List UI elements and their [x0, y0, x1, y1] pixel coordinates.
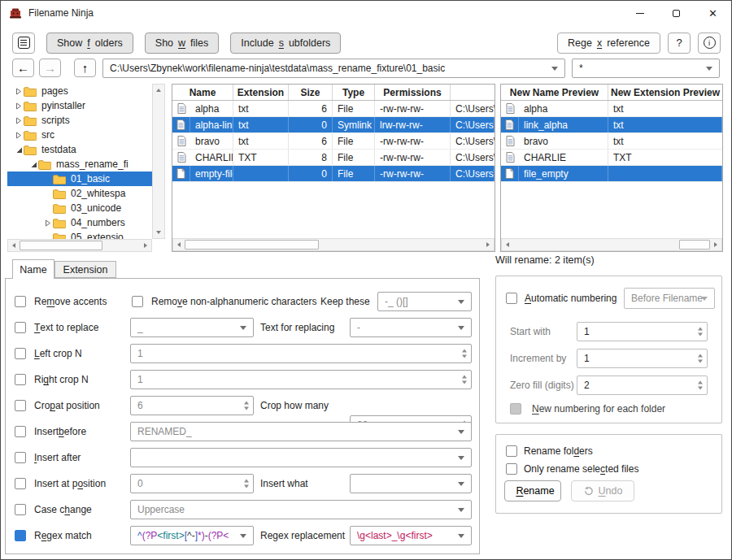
insert-what-combobox[interactable] — [350, 474, 472, 493]
regex-match-combobox[interactable]: ^(?P<first>[^-]*)-(?P< — [130, 526, 254, 545]
column-header-size[interactable]: Size — [289, 85, 333, 100]
file-row-CHARLIE[interactable]: CHARLIETXT8File-rw-rw-rw-C:\Users\ — [172, 150, 495, 166]
spinner-arrows-icon[interactable] — [462, 349, 467, 358]
forward-button[interactable]: → — [39, 59, 61, 77]
text-to-replace-combobox[interactable]: _ — [130, 318, 254, 337]
tree-vertical-scrollbar[interactable] — [152, 84, 165, 239]
text-for-replacing-combobox[interactable]: - — [350, 318, 472, 337]
column-header-new-name[interactable]: New Name Preview — [501, 85, 608, 100]
regex-reference-button[interactable]: Regex reference — [557, 33, 660, 54]
rename-button[interactable]: Rename — [504, 480, 561, 501]
scroll-right-icon[interactable] — [710, 239, 721, 250]
scroll-down-icon[interactable] — [153, 227, 164, 238]
expand-arrow-icon[interactable] — [43, 219, 53, 227]
tree-item-01_basic[interactable]: 01_basic — [7, 171, 152, 186]
keep-these-combobox[interactable]: -_ ()[] — [377, 292, 472, 311]
tree-item-scripts[interactable]: scripts — [7, 113, 152, 128]
tree-item-04_numbers[interactable]: 04_numbers — [7, 215, 152, 230]
path-combobox[interactable]: C:\Users\Zbynek\work\filename-ninja\test… — [102, 59, 565, 78]
scroll-up-icon[interactable] — [153, 85, 164, 96]
back-button[interactable]: ← — [12, 59, 34, 77]
preview-table-horizontal-scrollbar[interactable] — [501, 238, 722, 251]
column-header-path[interactable] — [451, 85, 495, 100]
crop-at-position-checkbox[interactable] — [15, 400, 26, 411]
help-button[interactable]: ? — [668, 33, 691, 54]
spinner-arrows-icon[interactable] — [698, 381, 703, 390]
tab-extension[interactable]: Extension — [54, 261, 116, 278]
file-row-alpha-link[interactable]: alpha-linktxt0Symlinklrw-rw-rw-C:\Users\ — [172, 117, 495, 133]
left-crop-spinbox[interactable]: 1 — [130, 344, 472, 363]
spinner-arrows-icon[interactable] — [698, 328, 703, 336]
tab-name[interactable]: Name — [12, 259, 54, 279]
scroll-right-icon[interactable] — [482, 239, 494, 250]
remove-nonalpha-checkbox[interactable] — [132, 296, 143, 307]
scroll-left-icon[interactable] — [173, 239, 185, 250]
regex-match-checkbox[interactable] — [15, 530, 26, 541]
insert-before-checkbox[interactable] — [15, 426, 26, 437]
left-crop-checkbox[interactable] — [15, 348, 26, 359]
spinner-arrows-icon[interactable] — [698, 354, 703, 363]
about-button[interactable]: i — [698, 33, 721, 54]
rename-folders-checkbox[interactable] — [506, 445, 517, 457]
insert-after-combobox[interactable] — [130, 448, 472, 467]
tree-item-src[interactable]: src — [7, 128, 152, 142]
right-crop-checkbox[interactable] — [15, 374, 26, 385]
tree-item-pages[interactable]: pages — [7, 84, 152, 98]
automatic-numbering-checkbox[interactable] — [506, 293, 517, 304]
crop-at-position-spinbox[interactable]: 6 — [130, 396, 254, 415]
only-selected-checkbox[interactable] — [506, 463, 517, 475]
start-with-spinbox[interactable]: 1 — [577, 322, 708, 341]
show-files-toggle[interactable]: Show files — [145, 33, 220, 54]
tree-item-pyinstaller[interactable]: pyinstaller — [7, 98, 152, 113]
tree-horizontal-scrollbar[interactable] — [7, 239, 152, 252]
expand-arrow-icon[interactable] — [14, 88, 24, 95]
column-header-name[interactable]: Name — [172, 85, 233, 100]
tree-item-05_extensio[interactable]: 05_extensio — [7, 230, 152, 239]
preview-row-bravo[interactable]: bravotxt — [501, 133, 722, 150]
preview-row-CHARLIE[interactable]: CHARLIETXT — [501, 150, 722, 166]
increment-by-spinbox[interactable]: 1 — [577, 349, 708, 368]
insert-after-checkbox[interactable] — [15, 452, 26, 463]
remove-accents-checkbox[interactable] — [15, 296, 26, 307]
column-header-type[interactable]: Type — [333, 85, 375, 100]
menu-button[interactable] — [12, 33, 35, 54]
scroll-left-icon[interactable] — [502, 239, 513, 250]
expand-arrow-icon[interactable] — [14, 132, 24, 139]
close-button[interactable]: ✕ — [695, 1, 731, 25]
file-row-empty-file[interactable]: empty-file0File-rw-rw-rw-C:\Users\ — [172, 166, 495, 182]
tree-item-03_unicode[interactable]: 03_unicode — [7, 201, 152, 215]
collapse-arrow-icon[interactable] — [28, 161, 38, 168]
show-folders-toggle[interactable]: Show folders — [46, 33, 133, 54]
scrollbar-thumb[interactable] — [185, 240, 319, 250]
column-header-extension[interactable]: Extension — [233, 85, 289, 100]
spinner-arrows-icon[interactable] — [244, 402, 249, 410]
regex-replacement-combobox[interactable]: \g<last>_\g<first> — [350, 526, 472, 545]
tree-item-mass_rename_fi[interactable]: mass_rename_fi — [7, 157, 152, 171]
preview-row-alpha[interactable]: alphatxt — [501, 101, 722, 117]
expand-arrow-icon[interactable] — [14, 102, 24, 110]
insert-at-position-checkbox[interactable] — [15, 478, 26, 489]
maximize-button[interactable] — [658, 1, 695, 25]
scroll-right-icon[interactable] — [140, 240, 151, 251]
column-header-permissions[interactable]: Permissions — [375, 85, 451, 100]
tree-item-testdata[interactable]: testdata — [7, 142, 152, 157]
insert-at-position-spinbox[interactable]: 0 — [130, 474, 254, 493]
tree-item-02_whitespa[interactable]: 02_whitespa — [7, 186, 152, 201]
up-button[interactable]: ↑ — [74, 59, 96, 77]
filter-combobox[interactable]: * — [572, 59, 720, 78]
numbering-position-combobox[interactable]: Before Filename — [624, 288, 715, 309]
text-to-replace-checkbox[interactable] — [15, 322, 26, 333]
file-row-bravo[interactable]: bravotxt6File-rw-rw-rw-C:\Users\ — [172, 133, 495, 150]
file-table-horizontal-scrollbar[interactable] — [172, 238, 495, 251]
file-row-alpha[interactable]: alphatxt6File-rw-rw-rw-C:\Users\ — [172, 101, 495, 117]
spinner-arrows-icon[interactable] — [462, 376, 467, 384]
expand-arrow-icon[interactable] — [14, 117, 24, 124]
column-header-new-extension[interactable]: New Extension Preview — [608, 85, 722, 100]
collapse-arrow-icon[interactable] — [14, 146, 24, 154]
spinner-arrows-icon[interactable] — [244, 480, 249, 488]
zero-fill-spinbox[interactable]: 2 — [577, 376, 708, 395]
case-change-combobox[interactable]: Uppercase — [130, 500, 472, 519]
per-folder-numbering-checkbox[interactable] — [510, 403, 521, 415]
preview-row-file_empty[interactable]: file_empty — [501, 166, 722, 182]
case-change-checkbox[interactable] — [15, 504, 26, 515]
